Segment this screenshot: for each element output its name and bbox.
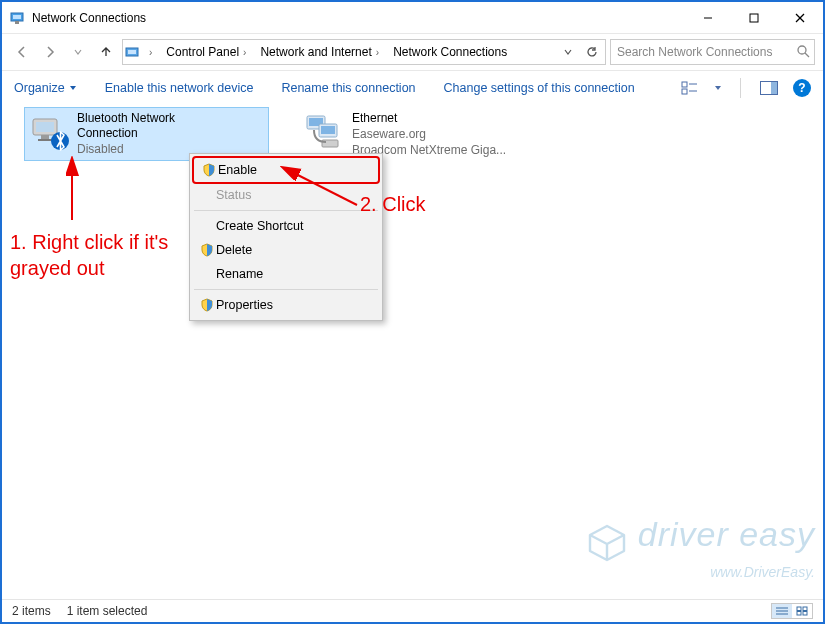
change-settings-button[interactable]: Change settings of this connection <box>444 81 635 95</box>
minimize-button[interactable] <box>685 2 731 33</box>
search-box[interactable] <box>610 39 815 65</box>
svg-rect-33 <box>803 607 807 611</box>
svg-rect-4 <box>750 14 758 22</box>
preview-pane-button[interactable] <box>759 78 779 98</box>
organize-menu[interactable]: Organize <box>14 81 77 95</box>
svg-rect-1 <box>13 15 21 19</box>
svg-rect-35 <box>803 612 807 616</box>
maximize-button[interactable] <box>731 2 777 33</box>
svg-rect-32 <box>797 607 801 611</box>
address-dropdown-button[interactable] <box>557 41 579 63</box>
annotation-step2: 2. Click <box>360 193 426 216</box>
svg-rect-11 <box>682 82 687 87</box>
large-icons-view-icon[interactable] <box>792 604 812 618</box>
status-bar: 2 items 1 item selected <box>2 599 823 622</box>
svg-point-9 <box>798 46 806 54</box>
svg-line-10 <box>805 53 809 57</box>
recent-locations-button[interactable] <box>66 40 90 64</box>
breadcrumb-control-panel[interactable]: Control Panel› <box>160 43 252 61</box>
up-button[interactable] <box>94 40 118 64</box>
watermark-url: www.DriverEasy. <box>710 564 815 580</box>
rename-connection-button[interactable]: Rename this connection <box>281 81 415 95</box>
close-button[interactable] <box>777 2 823 33</box>
chevron-down-icon[interactable] <box>714 84 722 92</box>
svg-rect-12 <box>682 89 687 94</box>
svg-line-28 <box>284 168 357 205</box>
view-mode-toggle[interactable] <box>771 603 813 619</box>
watermark-brand: driver easy <box>638 515 815 553</box>
breadcrumb-chevron[interactable]: › <box>143 45 158 60</box>
enable-device-button[interactable]: Enable this network device <box>105 81 254 95</box>
refresh-button[interactable] <box>581 41 603 63</box>
back-button[interactable] <box>10 40 34 64</box>
app-icon <box>10 10 26 26</box>
help-button[interactable]: ? <box>793 79 811 97</box>
window-title: Network Connections <box>32 11 685 25</box>
title-bar: Network Connections <box>2 2 823 34</box>
status-item-count: 2 items <box>12 604 51 618</box>
details-view-icon[interactable] <box>772 604 792 618</box>
location-icon <box>125 44 141 60</box>
search-input[interactable] <box>615 44 796 60</box>
content-area[interactable]: Bluetooth Network Connection Disabled Et… <box>2 105 823 600</box>
status-selection: 1 item selected <box>67 604 148 618</box>
svg-rect-34 <box>797 612 801 616</box>
svg-rect-2 <box>15 21 19 24</box>
forward-button[interactable] <box>38 40 62 64</box>
command-bar: Organize Enable this network device Rena… <box>2 71 823 106</box>
svg-rect-8 <box>128 50 136 54</box>
separator <box>740 78 741 98</box>
search-icon[interactable] <box>796 44 810 61</box>
watermark: driver easy www.DriverEasy. <box>586 515 815 580</box>
breadcrumb-network-connections[interactable]: Network Connections <box>387 43 513 61</box>
window-frame: Network Connections › Control Panel› Net… <box>0 0 825 624</box>
navigation-bar: › Control Panel› Network and Internet› N… <box>2 34 823 71</box>
address-bar[interactable]: › Control Panel› Network and Internet› N… <box>122 39 606 65</box>
breadcrumb-network-internet[interactable]: Network and Internet› <box>254 43 385 61</box>
svg-rect-16 <box>771 82 777 94</box>
annotation-step1: 1. Right click if it's grayed out <box>10 229 185 281</box>
view-options-button[interactable] <box>680 78 700 98</box>
